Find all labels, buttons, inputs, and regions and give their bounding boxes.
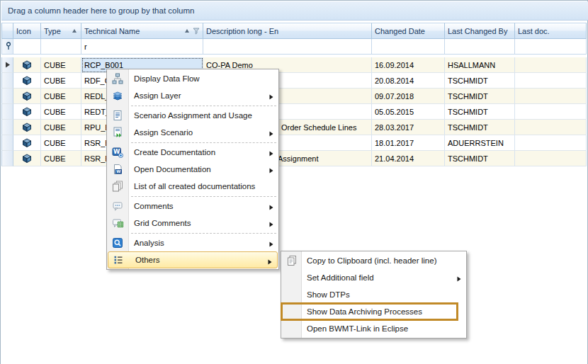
sort-ascending-icon [72, 29, 77, 33]
cell-text: TSCHMIDT [448, 76, 488, 85]
cube-icon[interactable] [13, 104, 41, 120]
column-header-last_doc[interactable]: Last doc. [515, 23, 587, 39]
cell-text: 21.04.2014 [375, 154, 414, 163]
cell-changed-date[interactable]: 28.03.2017 [372, 120, 445, 135]
menu-item-scenario-assignment-and-usage[interactable]: Scenario Assignment and Usage [107, 107, 278, 124]
submenu-arrow-icon [269, 130, 273, 138]
cell-text: TSCHMIDT [448, 108, 488, 116]
menu-item-open-documentation[interactable]: WOpen Documentation [107, 161, 278, 178]
column-header-icon[interactable]: Icon [13, 23, 41, 39]
menu-item-assign-layer[interactable]: Assign Layer [107, 87, 278, 104]
menu-item-analysis[interactable]: Analysis [107, 234, 278, 251]
filter-cell-changed_date[interactable] [372, 39, 445, 55]
menu-item-label: Set Additional field [307, 273, 374, 282]
cell-changed-date[interactable]: 21.04.2014 [372, 151, 445, 166]
row-indicator-cell[interactable] [1, 89, 13, 104]
menu-item-label: Create Documentation [134, 148, 215, 157]
cell-last-doc[interactable] [515, 135, 587, 151]
cell-last-changed-by[interactable]: TSCHMIDT [445, 73, 515, 89]
filter-cell-type[interactable] [41, 39, 81, 55]
group-by-panel[interactable]: Drag a column header here to group by th… [1, 1, 588, 21]
cell-type[interactable]: CUBE [41, 104, 81, 120]
submenu-arrow-icon [269, 240, 273, 249]
cell-changed-date[interactable]: 18.01.2017 [372, 135, 445, 151]
cell-type[interactable]: CUBE [41, 151, 81, 166]
sort-ascending-icon [185, 29, 189, 33]
cube-icon[interactable] [13, 135, 41, 151]
submenu-arrow-icon [269, 220, 273, 229]
row-indicator-cell[interactable] [1, 104, 13, 120]
filter-cell-icon[interactable] [13, 39, 41, 55]
cell-last-changed-by[interactable]: ADUERRSTEIN [445, 135, 515, 151]
menu-item-open-bwmt-link-in-eclipse[interactable]: Open BWMT-Link in Eclipse [281, 320, 466, 337]
menu-item-label: Assign Scenario [134, 128, 193, 137]
row-indicator-cell[interactable] [1, 73, 13, 89]
cell-last-doc[interactable] [515, 104, 587, 120]
cube-icon[interactable] [13, 120, 41, 135]
menu-item-display-data-flow[interactable]: Display Data Flow [107, 70, 278, 87]
row-focus-arrow-icon[interactable] [1, 57, 13, 73]
column-header-changed_date[interactable]: Changed Date [372, 23, 445, 39]
row-indicator-cell[interactable] [1, 135, 13, 151]
cube-icon[interactable] [13, 73, 41, 89]
cell-text: Assignment [278, 154, 318, 163]
cell-text: 05.05.2015 [375, 108, 414, 116]
table-row: CUBERPU_BOrder Schedule Lines28.03.2017T… [1, 120, 587, 135]
cell-last-doc[interactable] [515, 89, 587, 104]
cell-last-changed-by[interactable]: HSALLMANN [445, 57, 515, 73]
column-header-label: Description long - En [206, 27, 368, 35]
cell-last-changed-by[interactable]: TSCHMIDT [445, 120, 515, 135]
filter-cell-technical_name[interactable]: r [81, 39, 203, 55]
row-indicator-cell[interactable] [1, 120, 13, 135]
cell-type[interactable]: CUBE [41, 89, 81, 104]
cell-last-doc[interactable] [515, 151, 587, 166]
cell-text: CUBE [44, 92, 66, 101]
cell-changed-date[interactable]: 09.07.2018 [372, 89, 445, 104]
submenu-arrow-icon [457, 275, 461, 283]
cell-changed-date[interactable]: 16.09.2014 [372, 57, 445, 73]
grid-header-row: IconTypeTechnical NameDescription long -… [1, 23, 587, 39]
cell-last-changed-by[interactable]: TSCHMIDT [445, 104, 515, 120]
filter-value: r [84, 42, 87, 51]
row-indicator-cell[interactable] [1, 151, 13, 166]
filter-cell-description[interactable] [203, 39, 372, 55]
menu-item-set-additional-field[interactable]: Set Additional field [281, 269, 466, 286]
menu-item-label: Analysis [134, 239, 164, 247]
column-header-label: Last Changed By [448, 27, 511, 35]
column-header-description[interactable]: Description long - En [203, 23, 372, 39]
cell-changed-date[interactable]: 05.05.2015 [372, 104, 445, 120]
menu-item-comments[interactable]: Comments [107, 198, 278, 215]
menu-item-show-dtps[interactable]: Show DTPs [281, 286, 466, 303]
cube-icon[interactable] [13, 89, 41, 104]
cell-changed-date[interactable]: 20.08.2014 [372, 73, 445, 89]
column-header-label: Technical Name [84, 27, 183, 35]
column-header-technical_name[interactable]: Technical Name [81, 23, 203, 39]
cell-last-changed-by[interactable]: TSCHMIDT [445, 89, 515, 104]
menu-item-copy-to-clipboard-incl-header-line[interactable]: Copy to Clipboard (incl. header line) [281, 252, 466, 269]
cell-last-doc[interactable] [515, 120, 587, 135]
column-header-type[interactable]: Type [41, 23, 81, 39]
menu-item-others[interactable]: Others [108, 251, 278, 268]
menu-item-grid-comments[interactable]: Grid Comments [107, 215, 278, 232]
filter-cell-last_doc[interactable] [515, 39, 587, 55]
cell-type[interactable]: CUBE [41, 120, 81, 135]
cell-last-changed-by[interactable]: TSCHMIDT [445, 151, 515, 166]
cell-type[interactable]: CUBE [41, 135, 81, 151]
cell-type[interactable]: CUBE [41, 57, 81, 73]
menu-item-assign-scenario[interactable]: Assign Scenario [107, 124, 278, 141]
menu-item-list-of-all-created-documentations[interactable]: List of all created documentations [107, 178, 278, 195]
table-row: CUBERSR_Bt18.01.2017ADUERRSTEIN [1, 135, 587, 151]
cube-icon[interactable] [13, 57, 41, 73]
cube-icon[interactable] [13, 151, 41, 166]
filter-cell-last_changed_by[interactable] [445, 39, 515, 55]
filter-funnel-icon[interactable] [193, 28, 200, 35]
column-header-label: Type [44, 27, 71, 35]
cell-last-doc[interactable] [515, 73, 587, 89]
menu-item-create-documentation[interactable]: WCreate Documentation [107, 144, 278, 161]
annotation-highlight-box [281, 302, 458, 321]
group-by-hint-text: Drag a column header here to group by th… [8, 6, 194, 15]
cell-type[interactable]: CUBE [41, 73, 81, 89]
menu-item-label: Open BWMT-Link in Eclipse [307, 324, 408, 333]
column-header-last_changed_by[interactable]: Last Changed By [445, 23, 515, 39]
cell-last-doc[interactable] [515, 57, 587, 73]
